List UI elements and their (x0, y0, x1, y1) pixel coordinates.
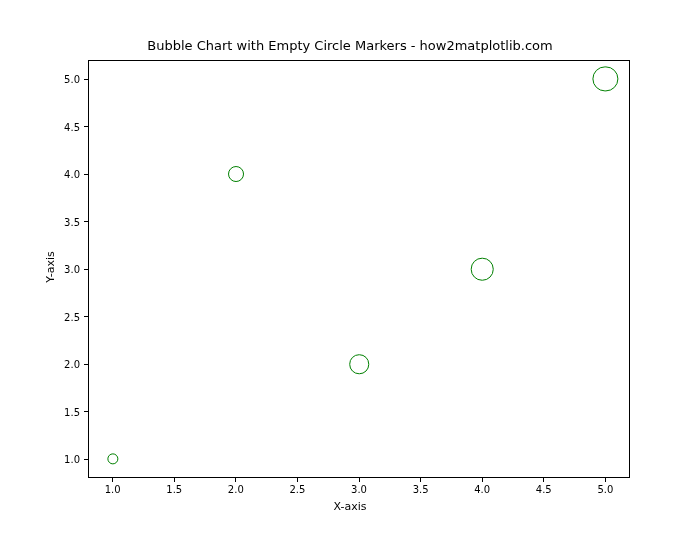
y-tick-label: 4.0 (58, 169, 80, 180)
x-tick-mark (174, 478, 175, 482)
y-tick-mark (84, 174, 88, 175)
x-tick-mark (297, 478, 298, 482)
y-tick-mark (84, 459, 88, 460)
y-tick-mark (84, 79, 88, 80)
bubble-marker (349, 354, 369, 374)
x-axis-label: X-axis (0, 500, 700, 513)
x-tick-label: 4.0 (474, 484, 490, 495)
y-tick-mark (84, 364, 88, 365)
figure: Bubble Chart with Empty Circle Markers -… (0, 0, 700, 560)
y-tick-mark (84, 316, 88, 317)
x-tick-label: 1.0 (105, 484, 121, 495)
y-tick-mark (84, 126, 88, 127)
x-tick-mark (605, 478, 606, 482)
x-tick-mark (543, 478, 544, 482)
x-tick-mark (482, 478, 483, 482)
bubble-marker (228, 166, 244, 182)
y-tick-label: 5.0 (58, 74, 80, 85)
x-tick-label: 4.5 (536, 484, 552, 495)
x-tick-label: 3.0 (351, 484, 367, 495)
x-tick-label: 5.0 (597, 484, 613, 495)
x-tick-mark (235, 478, 236, 482)
y-tick-label: 3.0 (58, 264, 80, 275)
y-axis-label: Y-axis (44, 247, 57, 287)
x-tick-label: 2.0 (228, 484, 244, 495)
y-tick-label: 3.5 (58, 216, 80, 227)
y-tick-mark (84, 269, 88, 270)
y-tick-label: 1.0 (58, 454, 80, 465)
x-tick-label: 1.5 (166, 484, 182, 495)
x-tick-label: 2.5 (289, 484, 305, 495)
y-tick-mark (84, 411, 88, 412)
bubble-marker (471, 258, 494, 281)
x-tick-mark (112, 478, 113, 482)
chart-title: Bubble Chart with Empty Circle Markers -… (0, 38, 700, 53)
x-tick-mark (420, 478, 421, 482)
x-tick-label: 3.5 (413, 484, 429, 495)
y-tick-label: 2.5 (58, 311, 80, 322)
y-tick-label: 2.0 (58, 359, 80, 370)
y-tick-label: 1.5 (58, 406, 80, 417)
y-tick-label: 4.5 (58, 121, 80, 132)
axes-frame (88, 60, 630, 478)
x-tick-mark (359, 478, 360, 482)
y-tick-mark (84, 221, 88, 222)
